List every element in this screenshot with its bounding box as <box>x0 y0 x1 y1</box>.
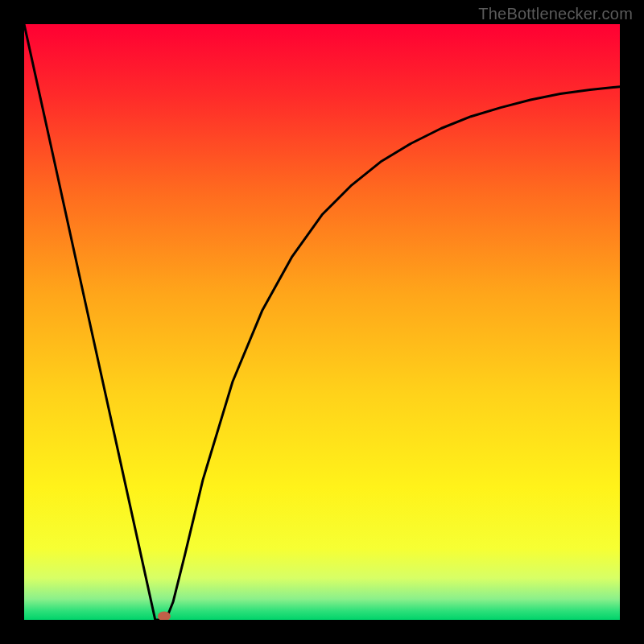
chart-svg <box>24 24 620 620</box>
gradient-background <box>24 24 620 620</box>
chart-frame: TheBottlenecker.com <box>0 0 644 644</box>
attribution-label: TheBottlenecker.com <box>478 5 633 23</box>
plot-area <box>24 24 620 620</box>
